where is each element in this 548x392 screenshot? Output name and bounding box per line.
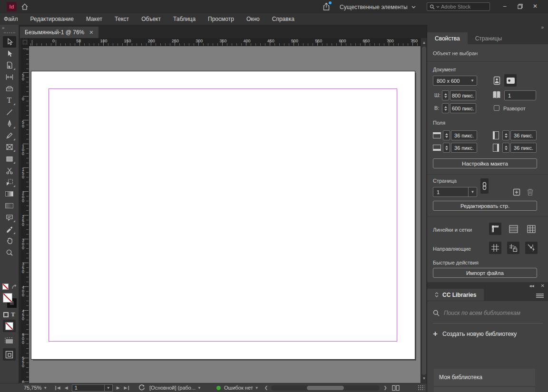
line-tool[interactable]: [3, 107, 16, 118]
menu-3[interactable]: Макет: [80, 13, 108, 25]
previous-page-button[interactable]: ◀: [65, 385, 68, 390]
preview-mode-button[interactable]: [3, 348, 16, 361]
margin-right-field[interactable]: 36 пикс.: [510, 143, 537, 153]
home-icon[interactable]: [20, 2, 29, 11]
document-grid-button[interactable]: [525, 223, 538, 235]
preflight-profile[interactable]: [Основной] (рабо...: [149, 385, 196, 391]
baseline-grid-button[interactable]: [507, 223, 519, 235]
scroll-right-icon[interactable]: ❯: [383, 385, 387, 390]
document-tab[interactable]: Безымянный-1 @ 76% ✕: [20, 27, 98, 38]
add-page-icon[interactable]: [513, 188, 520, 196]
gradient-tool[interactable]: [3, 188, 16, 200]
scissors-tool[interactable]: [3, 165, 16, 176]
preflight-status-chevron-icon[interactable]: ▼: [255, 386, 259, 390]
margin-top-stepper[interactable]: [443, 130, 450, 140]
adjust-layout-button[interactable]: Настройка макета: [433, 158, 537, 168]
preflight-status[interactable]: Ошибок нет: [224, 385, 253, 391]
document-page[interactable]: [31, 71, 415, 359]
preflight-profile-chevron-icon[interactable]: ▼: [197, 386, 201, 390]
menu-6[interactable]: Таблица: [167, 13, 202, 25]
close-tab-icon[interactable]: ✕: [89, 29, 93, 36]
horizontal-scrollbar[interactable]: [271, 385, 380, 391]
fill-swatch[interactable]: [3, 293, 12, 303]
page-number-field[interactable]: 1 ▼: [72, 384, 113, 392]
tab-properties[interactable]: Свойства: [427, 32, 468, 44]
panel-collapse-left-icon[interactable]: ◂◂: [529, 283, 534, 288]
panel-menu-icon[interactable]: [536, 294, 544, 298]
content-collector-tool[interactable]: [3, 83, 16, 94]
lock-guides-button[interactable]: [507, 242, 519, 254]
current-page-select[interactable]: 1 ▼: [433, 187, 477, 197]
free-transform-tool[interactable]: [3, 176, 16, 188]
height-field[interactable]: 600 пикс.: [450, 103, 476, 113]
gradient-feather-tool[interactable]: [3, 200, 16, 211]
scroll-left-icon[interactable]: ❮: [264, 385, 268, 390]
close-window-button[interactable]: ✕: [527, 0, 543, 12]
library-item[interactable]: Моя библиотека: [434, 369, 535, 386]
ruler-origin-box[interactable]: [21, 38, 29, 46]
apply-none-button[interactable]: [3, 320, 16, 332]
vertical-scrollbar[interactable]: ▲ ▼: [421, 38, 427, 383]
vertical-ruler[interactable]: 5 005 01 0 01 5 02 0 02 5 03 0 03 5 04 0…: [21, 46, 29, 383]
first-page-button[interactable]: ❙◀: [54, 385, 59, 390]
edit-page-button[interactable]: Редактировать стр.: [433, 201, 537, 211]
width-field[interactable]: 800 пикс.: [450, 90, 476, 100]
panel-close-icon[interactable]: ✕: [541, 283, 545, 288]
document-preset-select[interactable]: 800 x 600 ▼: [433, 76, 477, 86]
default-fill-stroke-icon[interactable]: [2, 284, 9, 290]
selection-tool[interactable]: [3, 36, 16, 48]
menu-4[interactable]: Текст: [108, 13, 135, 25]
note-tool[interactable]: [3, 212, 16, 223]
page-dropdown-chevron-icon[interactable]: ▼: [104, 385, 112, 391]
panel-grip[interactable]: [4, 32, 15, 33]
tab-pages[interactable]: Страницы: [468, 32, 509, 44]
restore-button[interactable]: [512, 0, 528, 12]
zoom-chevron-icon[interactable]: ▼: [43, 386, 47, 390]
formatting-container-icon[interactable]: [3, 312, 9, 317]
page-count-field[interactable]: 1: [504, 90, 536, 100]
margin-bottom-stepper[interactable]: [443, 143, 450, 153]
last-page-button[interactable]: ▶❙: [124, 385, 130, 390]
frame-tool[interactable]: [3, 141, 16, 153]
eyedropper-tool[interactable]: [3, 224, 16, 235]
zoom-tool[interactable]: [3, 247, 16, 258]
orientation-landscape-button[interactable]: [504, 74, 517, 87]
vertical-scrollbar-thumb[interactable]: [422, 47, 426, 375]
margin-left-stepper[interactable]: [502, 130, 509, 140]
swap-fill-stroke-icon[interactable]: [11, 284, 17, 290]
page-tool[interactable]: [3, 59, 16, 71]
height-stepper[interactable]: [442, 103, 449, 113]
minimize-button[interactable]: –: [497, 0, 513, 12]
menu-8[interactable]: Окно: [240, 13, 266, 25]
import-file-button[interactable]: Импорт файла: [433, 268, 537, 278]
tab-cc-libraries[interactable]: CC Libraries: [427, 289, 484, 301]
canvas-pasteboard[interactable]: [29, 46, 421, 383]
resize-grip[interactable]: [418, 385, 424, 391]
margin-right-stepper[interactable]: [502, 143, 509, 153]
create-library-button[interactable]: + Создать новую библиотеку: [433, 330, 517, 338]
workspace-switcher[interactable]: Существенные элементы: [340, 3, 416, 11]
show-guides-button[interactable]: [489, 242, 501, 254]
margin-bottom-field[interactable]: 36 пикс.: [451, 143, 477, 153]
width-stepper[interactable]: [442, 90, 449, 100]
gap-tool[interactable]: [3, 71, 16, 83]
type-tool[interactable]: T: [3, 95, 16, 106]
delete-page-icon[interactable]: [527, 188, 534, 196]
margin-top-field[interactable]: 36 пикс.: [451, 130, 477, 140]
horizontal-scrollbar-thumb[interactable]: [307, 386, 344, 390]
orientation-portrait-button[interactable]: [490, 74, 503, 87]
horizontal-ruler[interactable]: 0501001502002503003504004505005506006507…: [29, 38, 421, 46]
menu-7[interactable]: Просмотр: [202, 13, 240, 25]
panel-collapse-icon[interactable]: »: [427, 25, 548, 32]
menu-2[interactable]: Редактирование: [24, 13, 80, 25]
menu-1[interactable]: Файл: [4, 13, 24, 25]
cc-search-input[interactable]: Поиск по всем библиотекам: [433, 310, 543, 323]
link-margins-icon[interactable]: [480, 178, 489, 194]
show-rulers-button[interactable]: [489, 223, 501, 235]
panel-expand-icon[interactable]: »: [0, 25, 19, 31]
hand-tool[interactable]: [3, 235, 16, 246]
formatting-text-icon[interactable]: T: [11, 311, 15, 318]
margin-left-field[interactable]: 36 пикс.: [510, 130, 537, 140]
library-item[interactable]: Шаблоны Stock: [434, 387, 535, 392]
pen-tool[interactable]: [3, 118, 16, 129]
